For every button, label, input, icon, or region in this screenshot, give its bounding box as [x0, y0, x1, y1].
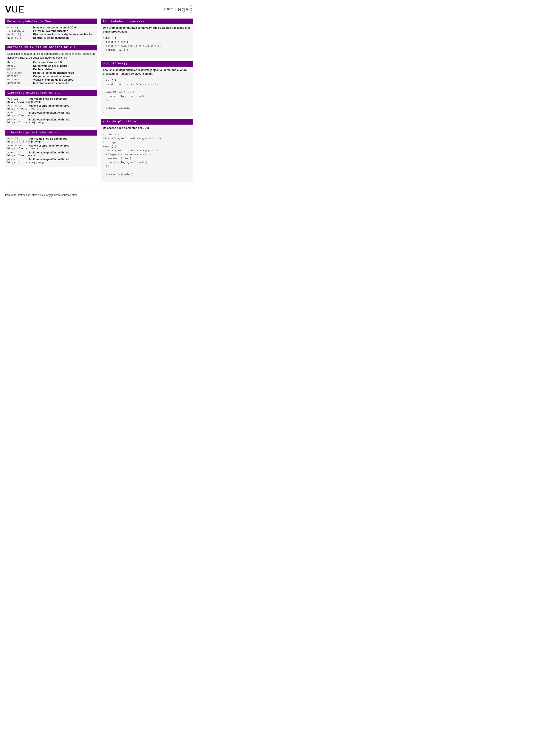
- section-propiedades-computadas: Propiedades computadas Una propiedad com…: [101, 18, 193, 58]
- section-librerias-1: Librerias principales de Vue vue-cli Int…: [5, 90, 97, 127]
- lib-desc: Biblioteca de gestión del Estado: [29, 158, 95, 161]
- method-desc: Montar el componente en el DOM: [33, 26, 95, 29]
- section-body-opciones: Si decides no utilizar la API de composi…: [5, 50, 97, 87]
- method-desc: Destruir el componente/app: [33, 37, 95, 40]
- method-desc: Métodos reactivos en caché: [33, 82, 95, 85]
- section-body-metodos: mount() Montar el componente en el DOM f…: [5, 24, 97, 41]
- lib-url: https://router.vuejs.org/: [7, 147, 95, 150]
- watcheffect-code: setup() { const ejemplo = ref('rortegag.…: [101, 77, 193, 116]
- lib-name: vuex: [7, 111, 29, 114]
- section-header-librerias-2: Librerias principales de Vue: [5, 130, 97, 136]
- section-body-librerias-1: vue-cli Interfaz de línea de comandos ht…: [5, 96, 97, 127]
- section-watcheffect: watchEffect() Escucha las dependencias r…: [101, 61, 193, 116]
- table-row: mount() Montar el componente en el DOM: [7, 26, 95, 29]
- list-item: vue-cli Interfaz de línea de comandos ht…: [7, 97, 95, 103]
- lib-name: vuex: [7, 151, 29, 154]
- table-row: destroy() Destruir el componente/app: [7, 37, 95, 40]
- method-name: data(): [7, 61, 33, 64]
- lib-name: pinia: [7, 118, 29, 121]
- propiedades-description: Una propiedad computada es un valor que …: [101, 24, 193, 35]
- method-name: destroy(): [7, 37, 33, 40]
- lib-url: https://router.vuejs.org/: [7, 107, 95, 110]
- logo-dot-icon: [167, 8, 170, 10]
- method-desc: Ejecuta la función de la siguiente actua…: [33, 33, 95, 36]
- section-body-watcheffect: Escucha las dependencias reactivas y eje…: [101, 67, 193, 116]
- method-name: props: [7, 65, 33, 68]
- opciones-description: Si decides no utilizar la API de composi…: [7, 52, 95, 60]
- section-header-opciones: OPCIONES DE LA API DE OBJETOS DE VUE: [5, 44, 97, 50]
- table-row: props Datos visibles por el padre: [7, 65, 95, 68]
- method-name: components: [7, 71, 33, 74]
- propiedades-code: setup() { const a = ref(1) const b = com…: [101, 35, 193, 58]
- footer-text: Para más información: https://vuejs.org/…: [5, 194, 77, 197]
- lib-name: vue-router: [7, 144, 29, 147]
- method-desc: Conjunto de métodos de Vue: [33, 75, 95, 78]
- list-item: pinia Biblioteca de gestión del Estado h…: [7, 158, 95, 164]
- section-body-refs: Da acceso a los elementos del DOM. // te…: [101, 124, 193, 182]
- section-metodos-globales: Métodos globales de Vue mount() Montar e…: [5, 18, 97, 41]
- table-row: forceUpdate() Forzar nueva renderización: [7, 30, 95, 33]
- list-item: vue-router Maneja el enrutamiento de SPA…: [7, 144, 95, 150]
- section-header-librerias-1: Librerias principales de Vue: [5, 90, 97, 96]
- lib-name: vue-router: [7, 104, 29, 107]
- refs-code: // template <div ref='ejemplo'>Div de ej…: [101, 131, 193, 182]
- lib-desc: Maneja el enrutamiento de SPA: [29, 104, 95, 107]
- lib-desc: Interfaz de línea de comandos: [29, 137, 95, 140]
- method-desc: Datos visibles por el padre: [33, 65, 95, 68]
- method-name: mixins: [7, 68, 33, 71]
- lib-url: https://vuex.vuejs.org/: [7, 114, 95, 117]
- lib-desc: Maneja el enrutamiento de SPA: [29, 144, 95, 147]
- lib-url: https://vuex.vuejs.org/: [7, 154, 95, 157]
- lib-name: vue-cli: [7, 137, 29, 140]
- main-grid: Métodos globales de Vue mount() Montar e…: [5, 18, 193, 185]
- logo-g-hat: g: [189, 6, 193, 13]
- lib-url: https://pinia.vuejs.org/: [7, 121, 95, 124]
- table-row: data() Datos reactivos de init: [7, 61, 95, 64]
- method-desc: Datos reactivos de init: [33, 61, 95, 64]
- section-header-watcheffect: watchEffect(): [101, 61, 193, 67]
- table-row: nextTick() Ejecuta la función de la sigu…: [7, 33, 95, 36]
- table-row: methods Conjunto de métodos de Vue: [7, 75, 95, 78]
- list-item: vuex Biblioteca de gestión del Estado ht…: [7, 111, 95, 117]
- section-body-propiedades: Una propiedad computada es un valor que …: [101, 24, 193, 58]
- lib-desc: Interfaz de línea de comandos: [29, 97, 95, 100]
- method-desc: Vigilar el cambio de los valores: [33, 78, 95, 81]
- lib-name: pinia: [7, 158, 29, 161]
- table-row: mixins Declara mixins: [7, 68, 95, 71]
- lib-desc: Biblioteca de gestión del Estado: [29, 151, 95, 154]
- list-item: vuex Biblioteca de gestión del Estado ht…: [7, 151, 95, 157]
- logo: rrtegag: [163, 6, 193, 13]
- method-name: watchers: [7, 78, 33, 81]
- section-header-propiedades: Propiedades computadas: [101, 18, 193, 24]
- section-librerias-2: Librerias principales de Vue vue-cli Int…: [5, 130, 97, 167]
- lib-desc: Biblioteca de gestión del Estado: [29, 118, 95, 121]
- section-body-librerias-2: vue-cli Interfaz de línea de comandos ht…: [5, 136, 97, 167]
- page-header: VUE rrtegag: [5, 4, 193, 15]
- method-name: mount(): [7, 26, 33, 29]
- method-desc: Declara mixins: [33, 68, 95, 71]
- table-row: components Registra los componentes hijo…: [7, 71, 95, 74]
- section-header-refs: refs de plantillas: [101, 119, 193, 124]
- refs-description: Da acceso a los elementos del DOM.: [101, 124, 193, 131]
- lib-name: vue-cli: [7, 97, 29, 100]
- watcheffect-description: Escucha las dependencias reactivas y eje…: [101, 67, 193, 77]
- method-desc: Registra los componentes hijos: [33, 71, 95, 74]
- section-opciones-api: OPCIONES DE LA API DE OBJETOS DE VUE Si …: [5, 44, 97, 87]
- method-name: methods: [7, 75, 33, 78]
- method-name: nextTick(): [7, 33, 33, 36]
- left-column: Métodos globales de Vue mount() Montar e…: [5, 18, 97, 185]
- footer: Para más información: https://vuejs.org/…: [5, 192, 193, 197]
- table-row: watchers Vigilar el cambio de los valore…: [7, 78, 95, 81]
- method-name: forceUpdate(): [7, 30, 33, 33]
- lib-url: https://cli.vuejs.org/: [7, 140, 95, 143]
- right-column: Propiedades computadas Una propiedad com…: [101, 18, 193, 185]
- lib-url: https://pinia.vuejs.org/: [7, 161, 95, 164]
- section-refs-plantillas: refs de plantillas Da acceso a los eleme…: [101, 119, 193, 182]
- list-item: pinia Biblioteca de gestión del Estado h…: [7, 118, 95, 124]
- lib-desc: Biblioteca de gestión del Estado: [29, 111, 95, 114]
- list-item: vue-router Maneja el enrutamiento de SPA…: [7, 104, 95, 110]
- lib-url: https://cli.vuejs.org/: [7, 100, 95, 103]
- page-title: VUE: [5, 4, 24, 15]
- method-name: computed: [7, 82, 33, 85]
- method-desc: Forzar nueva renderización: [33, 30, 95, 33]
